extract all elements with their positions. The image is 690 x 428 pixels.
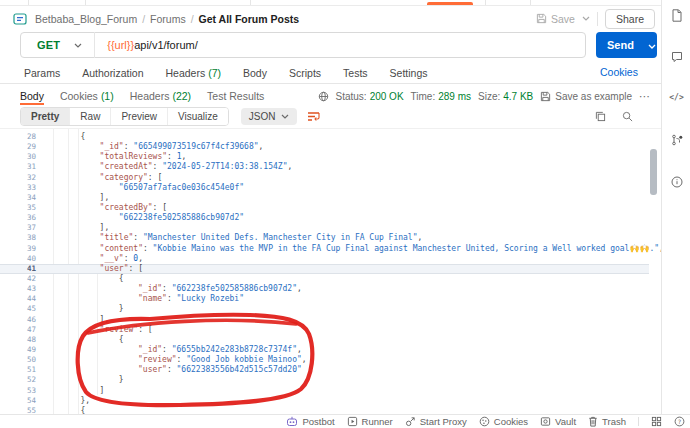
code-line-37: 37], (0, 223, 649, 233)
save-icon (536, 13, 547, 24)
method-label: GET (37, 39, 60, 51)
vertical-scrollbar[interactable] (650, 149, 657, 195)
runner-icon (347, 416, 358, 427)
line-number: 28 (0, 132, 42, 142)
tab-body[interactable]: Body (243, 67, 267, 79)
tab-headers[interactable]: Headers(7) (165, 67, 221, 79)
request-bar: GET {{url}}api/v1/forum/ Send (0, 31, 661, 61)
breadcrumb: Betbaba_Blog_Forum / Forums / Get All Fo… (0, 6, 661, 31)
related-requests-icon[interactable] (662, 134, 690, 146)
tab-settings[interactable]: Settings (390, 67, 428, 79)
cookies-button[interactable]: Cookies (479, 416, 528, 427)
line-number: 47 (0, 325, 42, 335)
trash-icon (588, 416, 598, 427)
start-proxy-button[interactable]: Start Proxy (405, 416, 467, 427)
line-number: 32 (0, 173, 42, 183)
code-line-36: 36"662238fe502585886cb907d2" (0, 213, 649, 223)
tab-authorization[interactable]: Authorization (82, 67, 143, 79)
globe-icon[interactable] (318, 91, 329, 102)
method-selector[interactable]: GET (21, 39, 94, 51)
url-box: GET {{url}}api/v1/forum/ (20, 32, 586, 58)
cookie-icon (479, 416, 490, 427)
send-button[interactable]: Send (596, 32, 657, 58)
help-icon[interactable]: ? (674, 416, 685, 427)
line-number: 44 (0, 294, 42, 304)
line-number: 33 (0, 183, 42, 193)
line-number: 43 (0, 284, 42, 294)
search-icon[interactable] (622, 111, 633, 122)
line-number: 39 (0, 244, 42, 254)
proxy-icon (405, 416, 416, 427)
wrap-lines-icon[interactable] (307, 111, 321, 122)
code-line-38: 38"title": "Manchester United Defs. Manc… (0, 233, 649, 243)
copy-icon[interactable] (595, 111, 606, 122)
comments-icon[interactable] (662, 51, 690, 63)
line-number: 36 (0, 213, 42, 223)
code-line-44: 44"name": "Lucky Rozebi" (0, 294, 649, 304)
vault-button[interactable]: Vault (540, 416, 576, 427)
cookies-link[interactable]: Cookies (600, 66, 638, 78)
code-line-43: 43"_id": "662238fe502585886cb907d2", (0, 284, 649, 294)
save-as-example-button[interactable]: Save as example (540, 91, 632, 102)
code-line-54: 54}, (0, 396, 649, 406)
save-options-button[interactable] (582, 16, 590, 21)
code-line-47: 47"review": [ (0, 325, 649, 335)
info-icon[interactable] (662, 176, 690, 188)
tab-scripts[interactable]: Scripts (289, 67, 321, 79)
code-line-50: 50"review": "Good Job kobbie Mainoo", (0, 355, 649, 365)
two-pane-view-icon[interactable] (651, 416, 662, 427)
line-number: 38 (0, 233, 42, 243)
send-options-chevron-icon[interactable] (642, 42, 662, 49)
response-tab-cookies[interactable]: Cookies(1) (60, 87, 114, 105)
tab-params[interactable]: Params (24, 67, 60, 79)
trash-button[interactable]: Trash (588, 416, 626, 427)
documentation-icon[interactable] (662, 9, 690, 22)
code-snippet-icon[interactable]: </> (662, 93, 690, 102)
line-number: 42 (0, 274, 42, 284)
code-line-39: 39"content": "Kobbie Maino was the MVP i… (0, 244, 649, 254)
line-number: 34 (0, 193, 42, 203)
view-visualize[interactable]: Visualize (167, 108, 228, 125)
line-number: 30 (0, 152, 42, 162)
active-tab-indicator (427, 2, 473, 5)
code-line-29: 29"_id": "665499073519c67f4cf39668", (0, 142, 649, 152)
code-line-42: 42{ (0, 274, 649, 284)
breadcrumb-separator: / (191, 13, 194, 25)
view-raw[interactable]: Raw (69, 108, 110, 125)
chevron-down-icon (74, 43, 82, 48)
response-tab-test-results[interactable]: Test Results (207, 87, 264, 105)
postbot-button[interactable]: Postbot (286, 416, 334, 427)
url-variable: {{url}} (107, 39, 134, 51)
view-preview[interactable]: Preview (110, 108, 167, 125)
save-label: Save (551, 13, 575, 25)
size-label: Size: (478, 91, 500, 102)
line-number: 48 (0, 335, 42, 345)
tab-tests[interactable]: Tests (343, 67, 368, 79)
breadcrumb-folder[interactable]: Forums (150, 13, 186, 25)
response-tab-headers[interactable]: Headers(22) (130, 87, 191, 105)
share-button[interactable]: Share (605, 9, 655, 29)
response-header: Body Cookies(1) Headers(22) Test Results… (0, 87, 661, 105)
view-mode-switch: Pretty Raw Preview Visualize (20, 107, 229, 126)
response-headers-count: (22) (172, 90, 191, 102)
context-sidebar: </> (661, 0, 690, 414)
response-tab-body[interactable]: Body (20, 87, 44, 105)
divider (597, 12, 598, 26)
breadcrumb-workspace[interactable]: Betbaba_Blog_Forum (35, 13, 137, 25)
code-line-35: 35"createdBy": [ (0, 203, 649, 213)
status-label: Status: (336, 91, 367, 102)
code-line-49: 49"_id": "6655bb242e283b8728c7374f", (0, 345, 649, 355)
code-line-41: 41"user": [ (0, 264, 649, 274)
url-input[interactable]: {{url}}api/v1/forum/ (95, 39, 198, 51)
more-options-button[interactable]: ⋯ (639, 90, 651, 103)
code-line-48: 48{ (0, 335, 649, 345)
send-label: Send (596, 39, 642, 51)
code-line-45: 45} (0, 304, 649, 314)
view-pretty[interactable]: Pretty (21, 108, 69, 125)
line-number: 37 (0, 223, 42, 233)
save-button[interactable]: Save (536, 13, 575, 25)
runner-button[interactable]: Runner (347, 416, 393, 427)
breadcrumb-separator: / (142, 13, 145, 25)
format-dropdown[interactable]: JSON (241, 108, 298, 125)
line-number: 54 (0, 396, 42, 406)
